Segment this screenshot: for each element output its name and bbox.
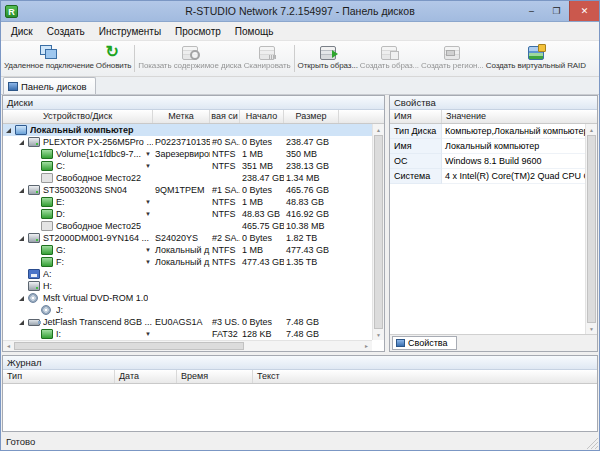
volume-label-cell: P02237101359: [153, 136, 210, 148]
tree-expander-icon[interactable]: [18, 318, 27, 326]
toolbar-refresh-button[interactable]: Обновить: [95, 43, 132, 74]
start-cell: 1 MB: [240, 196, 284, 208]
filesystem-cell: [210, 268, 240, 280]
property-row[interactable]: Тип ДискаКомпьютер,Локальный компьютер: [390, 124, 597, 139]
journal-column-date[interactable]: Дата: [115, 370, 177, 383]
menu-item-disk[interactable]: Диск: [4, 24, 40, 39]
tree-expander-icon[interactable]: [5, 126, 14, 134]
tree-expander-spacer: [18, 270, 27, 278]
scroll-down-icon[interactable]: [586, 323, 597, 334]
scroll-up-icon[interactable]: [586, 124, 597, 135]
device-name-cell: Локальный компьютер: [3, 124, 153, 136]
volume-dropdown-icon[interactable]: [145, 160, 151, 172]
volume-label-cell: [153, 172, 210, 184]
device-name-label: Volume{1c1fdbc9-7...: [56, 148, 141, 160]
disk-tree-row[interactable]: G:Локальный д...NTFS1 MB477.43 GB: [3, 244, 384, 256]
disk-tree-row[interactable]: H:: [3, 280, 384, 292]
volume-dropdown-icon[interactable]: [145, 196, 151, 208]
menu-item-create[interactable]: Создать: [40, 24, 92, 39]
start-cell: 0 Bytes: [240, 316, 284, 328]
disk-tree-row[interactable]: I:FAT32128 KB7.48 GB: [3, 328, 384, 340]
properties-column-value[interactable]: Значение: [442, 110, 520, 123]
disk-tree-row[interactable]: ST2000DM001-9YN164 ...S24020YS#2 SA...0 …: [3, 232, 384, 244]
disk-tree-row[interactable]: PLEXTOR PX-256M5Pro ...P02237101359#0 SA…: [3, 136, 384, 148]
toolbar-open-image-button[interactable]: Открыть образ...: [297, 43, 359, 74]
toolbar-create-virtual-raid-button[interactable]: Создать виртуальный RAID: [485, 43, 587, 74]
property-row[interactable]: Система4 x Intel(R) Core(TM)2 Quad CPU Q…: [390, 169, 597, 184]
volume-dropdown-icon[interactable]: [145, 148, 151, 160]
menu-item-tools[interactable]: Инструменты: [92, 24, 168, 39]
properties-tab-bar: Свойства: [390, 334, 597, 351]
scrollbar-thumb[interactable]: [14, 342, 244, 350]
scrollbar-track[interactable]: [244, 341, 361, 351]
disks-horizontal-scrollbar[interactable]: [3, 340, 372, 351]
start-cell: [240, 280, 284, 292]
scroll-left-icon[interactable]: [3, 341, 14, 351]
journal-column-type[interactable]: Тип: [3, 370, 115, 383]
device-name-cell: Свободное Место22: [3, 172, 153, 184]
disk-tree-row[interactable]: Volume{1c1fdbc9-7...Зарезервирова...NTFS…: [3, 148, 384, 160]
refresh-icon: [104, 44, 124, 60]
filesystem-cell: [210, 124, 240, 136]
disk-tree-row[interactable]: ST3500320NS SN049QM1TPEM#1 SA...0 Bytes4…: [3, 184, 384, 196]
tree-expander-icon[interactable]: [18, 138, 27, 146]
disks-vertical-scrollbar[interactable]: [372, 124, 384, 340]
scrollbar-thumb[interactable]: [587, 135, 596, 323]
disk-tree-row[interactable]: F:Локальный д...NTFS477.43 GB1.35 TB: [3, 256, 384, 268]
title-bar[interactable]: R R-STUDIO Network 7.2.154997 - Панель д…: [1, 1, 599, 22]
disk-tree-row[interactable]: A:: [3, 268, 384, 280]
menu-item-view[interactable]: Просмотр: [168, 24, 228, 39]
tree-expander-icon[interactable]: [18, 234, 27, 242]
volume-label-cell: [153, 196, 210, 208]
scrollbar-thumb[interactable]: [374, 135, 383, 329]
close-button[interactable]: ✕: [569, 1, 599, 21]
disks-header-row: Устройство/ДискМеткавая сиНачалоРазмер: [3, 110, 384, 124]
scroll-up-icon[interactable]: [373, 124, 384, 135]
disk-tree-row[interactable]: J:: [3, 304, 384, 316]
disk-tree-row[interactable]: C:NTFS351 MB238.13 GB: [3, 160, 384, 172]
properties-vertical-scrollbar[interactable]: [585, 124, 597, 334]
tree-expander-icon[interactable]: [18, 294, 27, 302]
disk-tree-row[interactable]: E:NTFS1 MB48.83 GB: [3, 196, 384, 208]
menu-bar: ДискСоздатьИнструментыПросмотрПомощь: [1, 22, 599, 41]
tab-properties[interactable]: Свойства: [392, 336, 457, 350]
properties-column-name[interactable]: Имя: [390, 110, 442, 123]
disks-column-device[interactable]: Устройство/Диск: [3, 110, 153, 123]
property-value: Локальный компьютер: [442, 139, 597, 154]
volume-dropdown-icon[interactable]: [145, 244, 151, 256]
volume-dropdown-icon[interactable]: [145, 328, 151, 340]
journal-column-time[interactable]: Время: [177, 370, 253, 383]
journal-column-text[interactable]: Текст: [253, 370, 425, 383]
disk-tree-row[interactable]: Локальный компьютер: [3, 124, 384, 136]
filesystem-cell: FAT32: [210, 328, 240, 340]
disk-tree-row[interactable]: Свободное Место25465.75 GB10.38 MB: [3, 220, 384, 232]
disks-column-fs[interactable]: вая си: [210, 110, 240, 123]
disks-column-label[interactable]: Метка: [153, 110, 210, 123]
disks-column-start[interactable]: Начало: [240, 110, 284, 123]
resize-grip[interactable]: [585, 436, 598, 449]
volume-dropdown-icon[interactable]: [145, 256, 151, 268]
disk-tree-row[interactable]: Msft Virtual DVD-ROM 1.0: [3, 292, 384, 304]
device-name-cell: J:: [3, 304, 153, 316]
disks-column-size[interactable]: Размер: [284, 110, 339, 123]
menu-item-help[interactable]: Помощь: [228, 24, 281, 39]
property-row[interactable]: ИмяЛокальный компьютер: [390, 139, 597, 154]
volume-dropdown-icon[interactable]: [145, 208, 151, 220]
disk-tree-row[interactable]: D:NTFS48.83 GB416.92 GB: [3, 208, 384, 220]
volume-label-cell: 9QM1TPEM: [153, 184, 210, 196]
start-cell: 1 MB: [240, 148, 284, 160]
property-row[interactable]: ОСWindows 8.1 Build 9600: [390, 154, 597, 169]
property-name: ОС: [390, 154, 442, 169]
disk-tree-row[interactable]: Свободное Место22238.47 GB1.34 MB: [3, 172, 384, 184]
minimize-button[interactable]: –: [519, 1, 544, 21]
maximize-button[interactable]: ❐: [544, 1, 569, 21]
disk-tree-row[interactable]: JetFlash Transcend 8GB ...EU0AGS1A#3 US.…: [3, 316, 384, 328]
toolbar-remote-connection-button[interactable]: Удаленное подключение: [3, 43, 95, 74]
tab-device-view[interactable]: Панель дисков: [3, 77, 96, 94]
properties-panel-title: Свойства: [390, 96, 597, 110]
main-area: Диски Устройство/ДискМеткавая сиНачалоРа…: [1, 95, 599, 352]
scroll-down-icon[interactable]: [373, 329, 384, 340]
window-title: R-STUDIO Network 7.2.154997 - Панель дис…: [1, 5, 599, 17]
tree-expander-icon[interactable]: [18, 186, 27, 194]
scroll-right-icon[interactable]: [361, 341, 372, 351]
